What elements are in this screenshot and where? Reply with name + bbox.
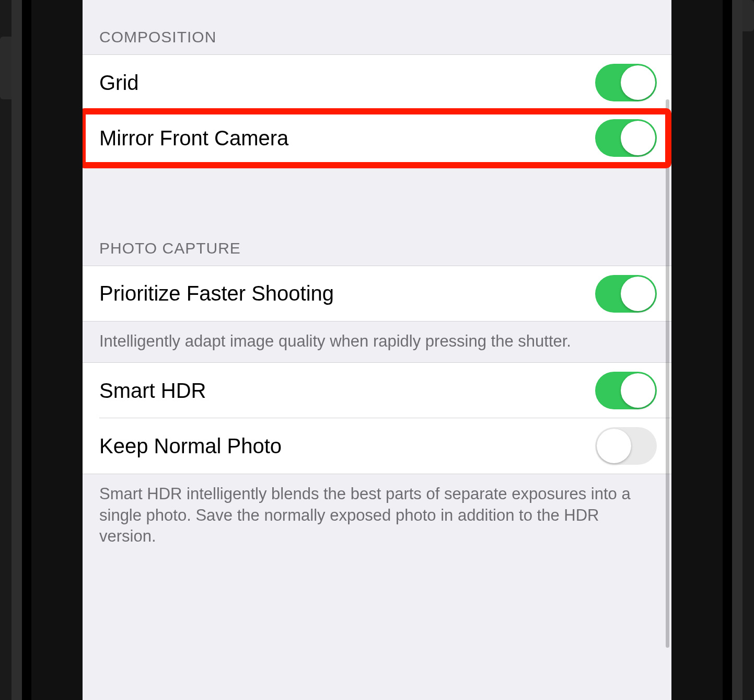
switch-prioritize-faster-shooting[interactable]: [595, 275, 657, 313]
switch-knob-icon: [621, 121, 655, 155]
phone-body: Composition Grid Mirror Front Camera Pho…: [11, 0, 743, 700]
switch-smart-hdr[interactable]: [595, 372, 657, 409]
settings-screen: Composition Grid Mirror Front Camera Pho…: [83, 0, 671, 700]
row-label-prioritize: Prioritize Faster Shooting: [99, 282, 334, 305]
phone-side-button-right-icon: [743, 0, 754, 31]
scrollbar[interactable]: [666, 99, 669, 648]
switch-mirror-front-camera[interactable]: [595, 119, 657, 157]
row-label-mirror: Mirror Front Camera: [99, 127, 288, 150]
photo-capture-group-2: Smart HDR Keep Normal Photo: [83, 362, 671, 474]
switch-knob-icon: [621, 373, 655, 408]
phone-frame: Composition Grid Mirror Front Camera Pho…: [0, 0, 754, 700]
switch-grid[interactable]: [595, 64, 657, 101]
row-grid[interactable]: Grid: [83, 54, 671, 110]
footer-prioritize: Intelligently adapt image quality when r…: [83, 322, 671, 362]
row-smart-hdr[interactable]: Smart HDR: [83, 362, 671, 418]
switch-knob-icon: [597, 429, 631, 463]
row-mirror-front-camera[interactable]: Mirror Front Camera: [83, 110, 671, 166]
row-keep-normal-photo[interactable]: Keep Normal Photo: [83, 418, 671, 474]
switch-knob-icon: [621, 277, 655, 311]
row-prioritize-faster-shooting[interactable]: Prioritize Faster Shooting: [83, 266, 671, 322]
row-label-smart-hdr: Smart HDR: [99, 379, 206, 403]
phone-side-button-icon: [0, 37, 11, 99]
composition-group: Grid Mirror Front Camera: [83, 54, 671, 166]
section-header-composition: Composition: [83, 0, 671, 54]
switch-knob-icon: [621, 65, 655, 100]
phone-bezel: Composition Grid Mirror Front Camera Pho…: [22, 0, 732, 700]
photo-capture-group-1: Prioritize Faster Shooting: [83, 266, 671, 322]
section-gap: [83, 166, 671, 213]
section-header-photo-capture: Photo Capture: [83, 213, 671, 266]
row-label-keep-normal: Keep Normal Photo: [99, 434, 282, 458]
footer-hdr: Smart HDR intelligently blends the best …: [83, 474, 671, 557]
switch-keep-normal-photo[interactable]: [595, 427, 657, 465]
row-label-grid: Grid: [99, 71, 139, 95]
